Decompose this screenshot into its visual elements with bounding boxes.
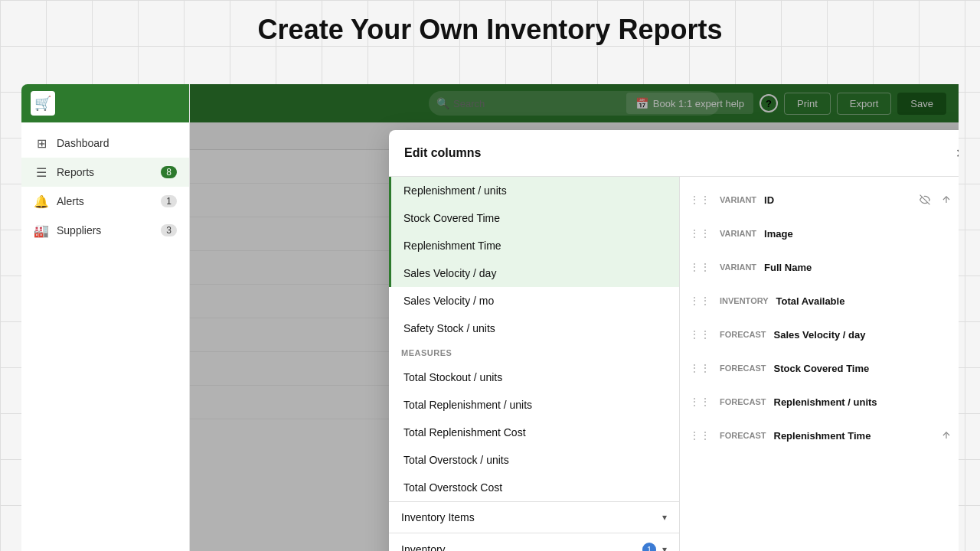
col-item-total-overstock-cost[interactable]: Total Overstock Cost [389, 474, 679, 501]
accordion-inventory-items-label: Inventory Items [401, 511, 475, 523]
sidebar-header: 🛒 [21, 84, 189, 122]
right-col-item-forecast-replenishment-time[interactable]: ⋮⋮ FORECAST Replenishment Time ⋮ [680, 419, 959, 452]
col-name-label: Full Name [764, 262, 812, 273]
col-item-label: Sales Velocity / day [403, 267, 496, 279]
drag-handle-icon: ⋮⋮ [689, 194, 710, 206]
sidebar-item-label-reports: Reports [57, 166, 94, 178]
col-type-label: INVENTORY [720, 296, 769, 305]
dashboard-icon: ⊞ [34, 135, 49, 151]
col-type-label: VARIANT [720, 229, 756, 238]
col-name-label: Total Available [776, 295, 845, 307]
right-col-item-inventory-total-available[interactable]: ⋮⋮ INVENTORY Total Available ⋮ [680, 284, 959, 318]
col-name-label: Image [764, 228, 793, 240]
suppliers-icon: 🏭 [34, 223, 49, 238]
modal-overlay: Edit columns ✕ Replenishment / units [190, 84, 959, 551]
col-item-total-replenishment-units[interactable]: Total Replenishment / units [389, 391, 679, 419]
col-name-label: Stock Covered Time [774, 363, 870, 374]
col-type-label: FORECAST [720, 397, 766, 406]
sidebar-item-label-alerts: Alerts [57, 195, 84, 207]
col-item-label: Stock Covered Time [403, 212, 500, 224]
col-actions: ⋮ [916, 191, 959, 209]
left-panel: Replenishment / units Stock Covered Time… [389, 177, 680, 551]
col-item-safety-stock[interactable]: Safety Stock / units [389, 315, 679, 342]
inventory-badge: 1 [642, 543, 656, 551]
col-item-sales-velocity-mo[interactable]: Sales Velocity / mo [389, 287, 679, 315]
col-item-label: Total Stockout / units [403, 371, 502, 383]
col-item-label: Safety Stock / units [403, 322, 495, 334]
col-item-replenishment-time[interactable]: Replenishment Time [389, 232, 679, 259]
sidebar-item-alerts[interactable]: 🔔 Alerts 1 [21, 187, 189, 216]
measures-section-label: MEASURES [389, 342, 679, 364]
reports-icon: ☰ [34, 165, 49, 180]
modal-body: Replenishment / units Stock Covered Time… [389, 177, 959, 551]
col-item-total-stockout[interactable]: Total Stockout / units [389, 364, 679, 391]
col-item-total-overstock-units[interactable]: Total Overstock / units [389, 446, 679, 474]
sort-col-button[interactable] [937, 191, 956, 209]
drag-handle-icon: ⋮⋮ [689, 396, 710, 408]
drag-handle-icon: ⋮⋮ [689, 328, 710, 341]
chevron-down-icon: ▾ [662, 512, 667, 523]
right-col-item-variant-fullname[interactable]: ⋮⋮ VARIANT Full Name ⋮ [680, 250, 959, 284]
reports-badge: 8 [161, 166, 177, 178]
col-item-label: Total Overstock / units [403, 454, 509, 466]
page-title: Create Your Own Inventory Reports [258, 14, 723, 46]
drag-handle-icon: ⋮⋮ [689, 261, 710, 273]
chevron-down-icon: ▾ [662, 544, 667, 551]
sidebar-nav: ⊞ Dashboard ☰ Reports 8 🔔 Alerts 1 🏭 Sup… [21, 122, 189, 251]
accordion-inventory-items-header[interactable]: Inventory Items ▾ [389, 502, 679, 533]
right-col-item-forecast-sales-velocity[interactable]: ⋮⋮ FORECAST Sales Velocity / day ⋮ [680, 318, 959, 351]
main-content: 🔍 📅 Book 1:1 expert help ? Print Export … [190, 84, 959, 551]
accordion-inventory-label: Inventory [401, 543, 446, 551]
drag-handle-icon: ⋮⋮ [689, 429, 710, 442]
edit-columns-modal: Edit columns ✕ Replenishment / units [389, 130, 959, 551]
col-type-label: FORECAST [720, 330, 766, 339]
right-col-item-variant-image[interactable]: ⋮⋮ VARIANT Image ⋮ [680, 217, 959, 250]
accordion-right: 1 ▾ [636, 543, 667, 551]
col-name-label: Sales Velocity / day [774, 329, 866, 341]
col-type-label: VARIANT [720, 262, 756, 272]
col-name-label: Replenishment Time [774, 430, 871, 442]
sidebar-item-label-suppliers: Suppliers [57, 224, 101, 236]
col-name-label: Replenishment / units [774, 396, 877, 408]
drag-handle-icon: ⋮⋮ [689, 295, 710, 307]
sort-col-button[interactable] [937, 426, 956, 445]
accordion-inventory-items: Inventory Items ▾ [389, 501, 679, 533]
modal-header: Edit columns ✕ [389, 130, 959, 177]
accordion-right: ▾ [662, 512, 667, 523]
right-col-item-variant-id[interactable]: ⋮⋮ VARIANT ID ⋮ [680, 183, 959, 217]
hide-col-button[interactable] [916, 191, 934, 209]
right-col-item-forecast-stock-covered-time[interactable]: ⋮⋮ FORECAST Stock Covered Time ⋮ [680, 351, 959, 385]
col-name-label: ID [764, 194, 774, 206]
col-item-label: Total Replenishment / units [403, 399, 532, 411]
modal-title: Edit columns [404, 146, 481, 160]
drag-handle-icon: ⋮⋮ [689, 362, 710, 374]
col-item-label: Total Replenishment Cost [403, 426, 526, 439]
col-type-label: FORECAST [720, 431, 766, 440]
suppliers-badge: 3 [161, 224, 177, 236]
col-item-sales-velocity-day[interactable]: Sales Velocity / day [389, 259, 679, 287]
col-item-stock-covered-time[interactable]: Stock Covered Time [389, 204, 679, 232]
col-item-total-replenishment-cost[interactable]: Total Replenishment Cost [389, 419, 679, 446]
right-col-item-forecast-replenishment-units[interactable]: ⋮⋮ FORECAST Replenishment / units ⋮ [680, 385, 959, 419]
sidebar-item-reports[interactable]: ☰ Reports 8 [21, 158, 189, 187]
app-container: 🛒 ⊞ Dashboard ☰ Reports 8 🔔 Alerts 1 🏭 S… [21, 84, 959, 551]
modal-close-button[interactable]: ✕ [949, 142, 959, 164]
right-panel: ⋮⋮ VARIANT ID ⋮ [680, 177, 959, 551]
sidebar-item-suppliers[interactable]: 🏭 Suppliers 3 [21, 216, 189, 245]
sidebar-item-dashboard[interactable]: ⊞ Dashboard [21, 129, 189, 158]
col-item-label: Replenishment Time [403, 240, 501, 252]
col-actions: ⋮ [937, 426, 959, 445]
sidebar: 🛒 ⊞ Dashboard ☰ Reports 8 🔔 Alerts 1 🏭 S… [21, 84, 190, 551]
col-item-label: Replenishment / units [403, 184, 507, 197]
accordion-inventory: Inventory 1 ▾ [389, 533, 679, 551]
col-type-label: VARIANT [720, 195, 756, 204]
accordion-inventory-header[interactable]: Inventory 1 ▾ [389, 533, 679, 551]
col-item-replenishment-units[interactable]: Replenishment / units [389, 177, 679, 204]
left-panel-inner: Replenishment / units Stock Covered Time… [389, 177, 679, 551]
alerts-badge: 1 [161, 195, 177, 207]
col-item-label: Total Overstock Cost [403, 481, 502, 494]
alerts-icon: 🔔 [34, 194, 49, 209]
col-item-label: Sales Velocity / mo [403, 295, 494, 307]
drag-handle-icon: ⋮⋮ [689, 227, 710, 240]
col-type-label: FORECAST [720, 364, 766, 373]
